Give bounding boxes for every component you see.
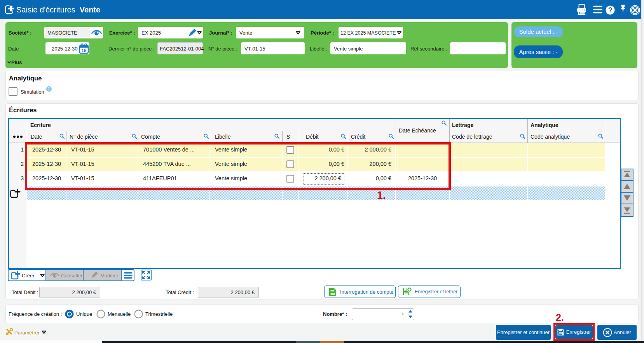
svg-text:?: ? xyxy=(608,6,613,14)
svg-text:15: 15 xyxy=(82,48,87,53)
